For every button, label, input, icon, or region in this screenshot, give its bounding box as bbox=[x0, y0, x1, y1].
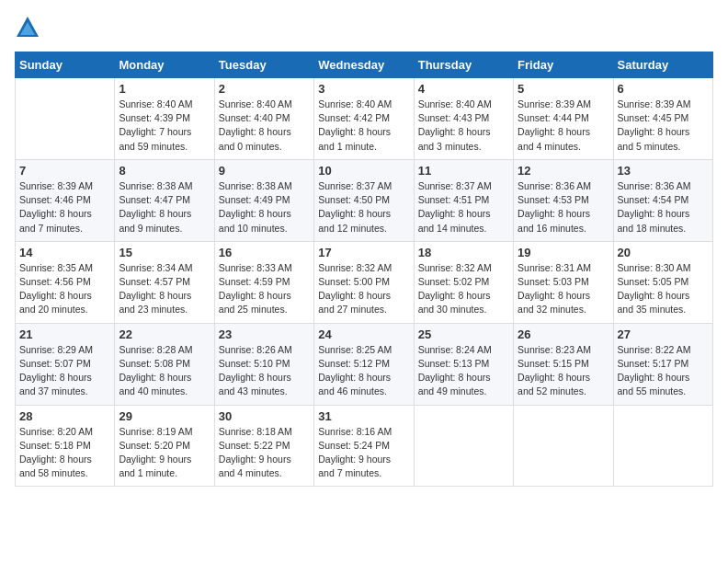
calendar-cell: 20Sunrise: 8:30 AM Sunset: 5:05 PM Dayli… bbox=[613, 241, 712, 323]
day-detail: Sunrise: 8:40 AM Sunset: 4:43 PM Dayligh… bbox=[418, 98, 509, 154]
calendar-cell: 18Sunrise: 8:32 AM Sunset: 5:02 PM Dayli… bbox=[414, 241, 513, 323]
day-detail: Sunrise: 8:37 AM Sunset: 4:51 PM Dayligh… bbox=[418, 179, 509, 236]
day-number: 2 bbox=[219, 82, 310, 96]
calendar-cell: 21Sunrise: 8:29 AM Sunset: 5:07 PM Dayli… bbox=[16, 323, 115, 405]
calendar-cell: 28Sunrise: 8:20 AM Sunset: 5:18 PM Dayli… bbox=[16, 405, 115, 487]
calendar-body: 1Sunrise: 8:40 AM Sunset: 4:39 PM Daylig… bbox=[16, 78, 713, 487]
day-number: 7 bbox=[19, 164, 110, 178]
day-number: 27 bbox=[618, 327, 709, 341]
calendar-cell: 4Sunrise: 8:40 AM Sunset: 4:43 PM Daylig… bbox=[414, 78, 513, 160]
day-number: 28 bbox=[19, 409, 110, 423]
calendar-cell: 6Sunrise: 8:39 AM Sunset: 4:45 PM Daylig… bbox=[613, 78, 712, 160]
day-number: 29 bbox=[119, 409, 210, 423]
day-detail: Sunrise: 8:40 AM Sunset: 4:39 PM Dayligh… bbox=[119, 98, 210, 154]
calendar-cell: 22Sunrise: 8:28 AM Sunset: 5:08 PM Dayli… bbox=[115, 323, 214, 405]
day-number: 15 bbox=[119, 246, 210, 259]
day-detail: Sunrise: 8:22 AM Sunset: 5:17 PM Dayligh… bbox=[618, 343, 709, 399]
day-number: 8 bbox=[119, 164, 210, 178]
calendar-cell: 8Sunrise: 8:38 AM Sunset: 4:47 PM Daylig… bbox=[115, 159, 214, 241]
calendar-cell: 2Sunrise: 8:40 AM Sunset: 4:40 PM Daylig… bbox=[214, 78, 313, 160]
day-detail: Sunrise: 8:18 AM Sunset: 5:22 PM Dayligh… bbox=[219, 425, 310, 481]
calendar-cell: 7Sunrise: 8:39 AM Sunset: 4:46 PM Daylig… bbox=[16, 159, 115, 241]
day-detail: Sunrise: 8:40 AM Sunset: 4:42 PM Dayligh… bbox=[318, 98, 409, 154]
day-detail: Sunrise: 8:36 AM Sunset: 4:54 PM Dayligh… bbox=[618, 179, 709, 236]
day-number: 4 bbox=[418, 82, 509, 96]
day-detail: Sunrise: 8:36 AM Sunset: 4:53 PM Dayligh… bbox=[518, 179, 609, 236]
day-number: 16 bbox=[219, 246, 310, 259]
day-detail: Sunrise: 8:33 AM Sunset: 4:59 PM Dayligh… bbox=[219, 261, 310, 317]
day-detail: Sunrise: 8:23 AM Sunset: 5:15 PM Dayligh… bbox=[518, 343, 609, 399]
header-cell-friday: Friday bbox=[514, 52, 613, 78]
day-number: 3 bbox=[318, 82, 409, 96]
day-number: 9 bbox=[219, 164, 310, 178]
day-detail: Sunrise: 8:30 AM Sunset: 5:05 PM Dayligh… bbox=[618, 261, 709, 317]
day-detail: Sunrise: 8:40 AM Sunset: 4:40 PM Dayligh… bbox=[219, 98, 310, 154]
day-detail: Sunrise: 8:32 AM Sunset: 5:00 PM Dayligh… bbox=[318, 261, 409, 317]
calendar-cell: 9Sunrise: 8:38 AM Sunset: 4:49 PM Daylig… bbox=[214, 159, 313, 241]
calendar-cell bbox=[16, 78, 115, 160]
calendar-cell: 27Sunrise: 8:22 AM Sunset: 5:17 PM Dayli… bbox=[613, 323, 712, 405]
week-row: 14Sunrise: 8:35 AM Sunset: 4:56 PM Dayli… bbox=[16, 241, 713, 323]
calendar-cell: 10Sunrise: 8:37 AM Sunset: 4:50 PM Dayli… bbox=[314, 159, 414, 241]
week-row: 21Sunrise: 8:29 AM Sunset: 5:07 PM Dayli… bbox=[16, 323, 713, 405]
header-cell-tuesday: Tuesday bbox=[214, 52, 313, 78]
header-cell-wednesday: Wednesday bbox=[314, 52, 414, 78]
calendar-cell: 29Sunrise: 8:19 AM Sunset: 5:20 PM Dayli… bbox=[115, 405, 214, 487]
header-row: SundayMondayTuesdayWednesdayThursdayFrid… bbox=[16, 52, 713, 78]
calendar-cell bbox=[613, 405, 712, 487]
logo bbox=[15, 15, 42, 40]
header-cell-saturday: Saturday bbox=[613, 52, 712, 78]
day-detail: Sunrise: 8:39 AM Sunset: 4:45 PM Dayligh… bbox=[618, 98, 709, 154]
calendar-cell: 23Sunrise: 8:26 AM Sunset: 5:10 PM Dayli… bbox=[214, 323, 313, 405]
calendar-cell: 14Sunrise: 8:35 AM Sunset: 4:56 PM Dayli… bbox=[16, 241, 115, 323]
day-detail: Sunrise: 8:26 AM Sunset: 5:10 PM Dayligh… bbox=[219, 343, 310, 399]
day-detail: Sunrise: 8:39 AM Sunset: 4:44 PM Dayligh… bbox=[518, 98, 609, 154]
calendar-cell: 30Sunrise: 8:18 AM Sunset: 5:22 PM Dayli… bbox=[214, 405, 313, 487]
day-detail: Sunrise: 8:37 AM Sunset: 4:50 PM Dayligh… bbox=[318, 179, 409, 236]
day-detail: Sunrise: 8:31 AM Sunset: 5:03 PM Dayligh… bbox=[518, 261, 609, 317]
day-number: 30 bbox=[219, 409, 310, 423]
calendar-cell: 12Sunrise: 8:36 AM Sunset: 4:53 PM Dayli… bbox=[514, 159, 613, 241]
day-number: 11 bbox=[418, 164, 509, 178]
week-row: 28Sunrise: 8:20 AM Sunset: 5:18 PM Dayli… bbox=[16, 405, 713, 487]
calendar-cell bbox=[514, 405, 613, 487]
calendar-cell: 25Sunrise: 8:24 AM Sunset: 5:13 PM Dayli… bbox=[414, 323, 513, 405]
day-detail: Sunrise: 8:20 AM Sunset: 5:18 PM Dayligh… bbox=[19, 425, 110, 481]
day-number: 10 bbox=[318, 164, 409, 178]
day-detail: Sunrise: 8:38 AM Sunset: 4:49 PM Dayligh… bbox=[219, 179, 310, 236]
calendar-cell: 26Sunrise: 8:23 AM Sunset: 5:15 PM Dayli… bbox=[514, 323, 613, 405]
day-number: 1 bbox=[119, 82, 210, 96]
day-number: 20 bbox=[618, 246, 709, 259]
day-number: 14 bbox=[19, 246, 110, 259]
day-detail: Sunrise: 8:25 AM Sunset: 5:12 PM Dayligh… bbox=[318, 343, 409, 399]
day-number: 12 bbox=[518, 164, 609, 178]
logo-icon bbox=[15, 15, 40, 40]
week-row: 7Sunrise: 8:39 AM Sunset: 4:46 PM Daylig… bbox=[16, 159, 713, 241]
day-number: 5 bbox=[518, 82, 609, 96]
day-number: 21 bbox=[19, 327, 110, 341]
calendar-cell: 11Sunrise: 8:37 AM Sunset: 4:51 PM Dayli… bbox=[414, 159, 513, 241]
day-detail: Sunrise: 8:24 AM Sunset: 5:13 PM Dayligh… bbox=[418, 343, 509, 399]
calendar-cell: 15Sunrise: 8:34 AM Sunset: 4:57 PM Dayli… bbox=[115, 241, 214, 323]
header-cell-sunday: Sunday bbox=[16, 52, 115, 78]
day-detail: Sunrise: 8:39 AM Sunset: 4:46 PM Dayligh… bbox=[19, 179, 110, 236]
day-number: 6 bbox=[618, 82, 709, 96]
page-header bbox=[15, 15, 713, 40]
day-number: 26 bbox=[518, 327, 609, 341]
calendar-cell: 24Sunrise: 8:25 AM Sunset: 5:12 PM Dayli… bbox=[314, 323, 414, 405]
day-number: 31 bbox=[318, 409, 409, 423]
day-number: 18 bbox=[418, 246, 509, 259]
day-detail: Sunrise: 8:28 AM Sunset: 5:08 PM Dayligh… bbox=[119, 343, 210, 399]
header-cell-thursday: Thursday bbox=[414, 52, 513, 78]
day-detail: Sunrise: 8:32 AM Sunset: 5:02 PM Dayligh… bbox=[418, 261, 509, 317]
day-number: 24 bbox=[318, 327, 409, 341]
day-number: 22 bbox=[119, 327, 210, 341]
day-detail: Sunrise: 8:34 AM Sunset: 4:57 PM Dayligh… bbox=[119, 261, 210, 317]
header-cell-monday: Monday bbox=[115, 52, 214, 78]
calendar-cell: 31Sunrise: 8:16 AM Sunset: 5:24 PM Dayli… bbox=[314, 405, 414, 487]
week-row: 1Sunrise: 8:40 AM Sunset: 4:39 PM Daylig… bbox=[16, 78, 713, 160]
day-number: 17 bbox=[318, 246, 409, 259]
day-number: 19 bbox=[518, 246, 609, 259]
day-number: 23 bbox=[219, 327, 310, 341]
calendar-cell: 5Sunrise: 8:39 AM Sunset: 4:44 PM Daylig… bbox=[514, 78, 613, 160]
